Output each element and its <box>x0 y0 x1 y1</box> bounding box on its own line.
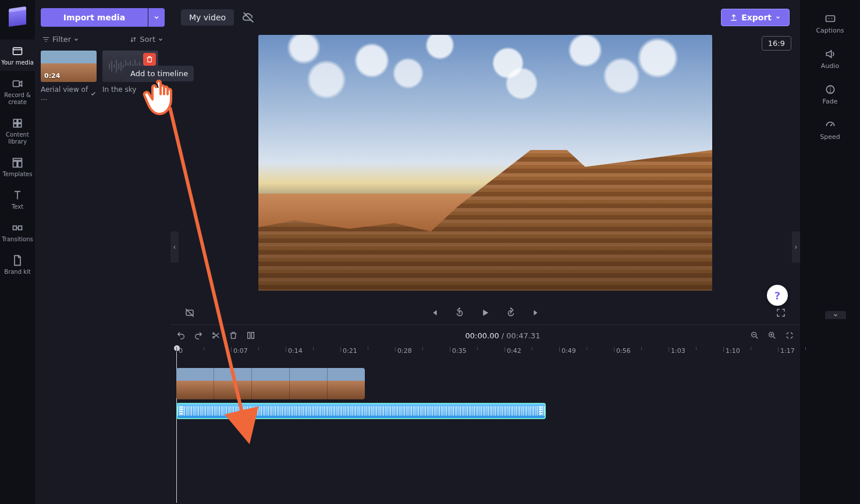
library-icon <box>12 117 23 129</box>
chevron-down-icon <box>73 37 79 42</box>
waveform <box>177 406 545 416</box>
help-button[interactable]: ? <box>767 285 788 306</box>
rewind-5-icon[interactable]: 5 <box>454 308 465 318</box>
fullscreen-icon[interactable] <box>776 308 786 318</box>
trash-icon <box>145 55 154 63</box>
trash-icon[interactable] <box>229 331 238 340</box>
svg-rect-0 <box>13 48 22 55</box>
filter-button[interactable]: Filter <box>42 35 79 44</box>
prop-label: Audio <box>821 62 839 70</box>
prop-label: Captions <box>816 27 844 34</box>
app-logo <box>9 9 26 27</box>
split-icon[interactable] <box>246 331 255 340</box>
media-item-label: Aerial view of ... <box>41 85 90 102</box>
filter-icon <box>42 35 50 44</box>
prop-label: Fade <box>823 98 838 105</box>
toolstrip-transitions[interactable]: Transitions <box>0 216 35 248</box>
prop-audio[interactable]: Audio <box>800 42 860 76</box>
import-media-dropdown[interactable] <box>148 8 165 27</box>
cloud-offline-icon[interactable] <box>242 11 255 24</box>
timecode-current: 00:00.00 <box>465 331 499 340</box>
transitions-icon <box>12 222 23 234</box>
timeline: 00:00.00 / 00:47.31 00:070:140:210:280:3… <box>170 324 800 504</box>
svg-text:5: 5 <box>459 312 460 315</box>
redo-icon[interactable] <box>194 331 203 340</box>
toolstrip-brand[interactable]: Brand kit <box>0 249 35 280</box>
media-thumb: 0:24 <box>41 51 97 82</box>
collapse-timeline-handle[interactable] <box>825 311 846 319</box>
svg-rect-40 <box>251 333 254 339</box>
toolstrip-label: Content library <box>0 131 35 145</box>
toolstrip-templates[interactable]: Templates <box>0 151 35 183</box>
svg-rect-4 <box>13 124 17 127</box>
toolstrip-label: Templates <box>3 171 33 178</box>
zoom-fit-icon[interactable] <box>785 331 794 340</box>
audio-track[interactable] <box>176 403 794 420</box>
audio-clip[interactable] <box>176 403 546 419</box>
captions-icon <box>825 13 836 24</box>
prop-label: Speed <box>820 133 840 141</box>
export-button[interactable]: Export <box>721 9 790 26</box>
skip-end-icon[interactable] <box>531 308 542 318</box>
toolstrip-library[interactable]: Content library <box>0 112 35 150</box>
toolstrip-record[interactable]: Record & create <box>0 72 35 110</box>
scissors-icon[interactable] <box>211 331 221 340</box>
svg-rect-6 <box>13 159 22 160</box>
toolstrip-text[interactable]: Text <box>0 184 35 215</box>
text-icon <box>12 190 23 201</box>
timecode-sep: / <box>499 331 507 340</box>
video-preview[interactable] <box>258 35 712 291</box>
toolstrip-label: Your media <box>1 59 34 66</box>
toolstrip-label: Transitions <box>2 236 33 243</box>
play-icon[interactable] <box>480 308 491 318</box>
import-media-button[interactable]: Import media <box>41 8 148 27</box>
svg-rect-1 <box>13 81 20 87</box>
add-to-timeline-tooltip: Add to timeline <box>125 66 194 81</box>
import-label: Import media <box>63 13 125 22</box>
timeline-ruler[interactable]: 00:070:140:210:280:350:420:490:561:031:1… <box>170 346 800 362</box>
svg-rect-39 <box>248 333 250 339</box>
video-clip[interactable] <box>176 368 365 399</box>
video-track[interactable] <box>176 368 794 399</box>
delete-media-button[interactable] <box>143 53 156 66</box>
zoom-out-icon[interactable] <box>750 331 759 340</box>
project-title: My video <box>189 13 226 22</box>
brand-icon <box>12 255 23 266</box>
collapse-prop-panel[interactable]: › <box>792 231 800 263</box>
toolstrip-label: Brand kit <box>4 269 30 276</box>
svg-rect-35 <box>826 16 834 22</box>
timecode-total: 00:47.31 <box>506 331 540 340</box>
chevron-down-icon <box>153 14 160 21</box>
toolstrip-label: Text <box>12 203 23 210</box>
duration-badge: 0:24 <box>44 72 60 80</box>
safe-zone-icon[interactable] <box>184 308 195 318</box>
toolstrip-your-media[interactable]: Your media <box>0 40 35 71</box>
stage: My video Export 5 5 <box>170 0 800 324</box>
svg-rect-7 <box>13 162 17 167</box>
svg-text:5: 5 <box>510 312 511 315</box>
svg-rect-3 <box>18 119 22 123</box>
undo-icon[interactable] <box>176 331 186 340</box>
skip-start-icon[interactable] <box>429 308 439 318</box>
transport-bar: 5 5 <box>170 301 800 324</box>
sort-label: Sort <box>140 35 155 44</box>
media-item-video[interactable]: 0:24 Aerial view of ... <box>41 51 97 102</box>
aspect-ratio-button[interactable]: 16:9 <box>762 36 791 51</box>
checkmark-icon <box>90 90 97 97</box>
svg-rect-2 <box>13 119 17 123</box>
svg-rect-8 <box>18 162 22 167</box>
svg-point-38 <box>213 337 215 338</box>
forward-5-icon[interactable]: 5 <box>506 308 516 318</box>
prop-speed[interactable]: Speed <box>800 113 860 146</box>
filter-label: Filter <box>52 35 71 44</box>
right-propstrip: Captions Audio Fade Speed <box>800 0 860 504</box>
prop-fade[interactable]: Fade <box>800 78 860 111</box>
collapse-media-panel[interactable]: ‹ <box>170 231 179 263</box>
prop-captions[interactable]: Captions <box>800 7 860 40</box>
project-title-chip[interactable]: My video <box>181 9 234 26</box>
svg-rect-5 <box>18 124 22 127</box>
sort-button[interactable]: Sort <box>129 35 164 44</box>
zoom-in-icon[interactable] <box>767 331 777 340</box>
chevron-down-icon <box>158 37 164 42</box>
media-icon <box>12 45 23 57</box>
